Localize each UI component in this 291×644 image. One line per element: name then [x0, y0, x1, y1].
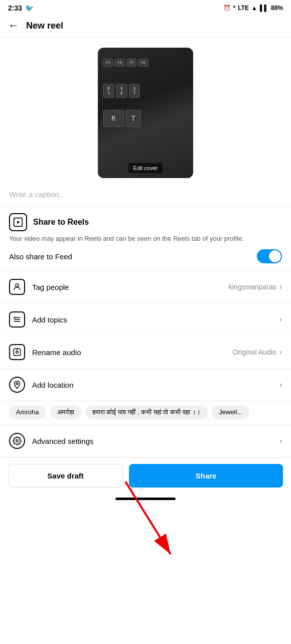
- add-topics-chevron: ›: [279, 315, 282, 324]
- save-draft-button[interactable]: Save draft: [8, 464, 123, 488]
- video-thumbnail[interactable]: F3 F4 F5 F6 #3 $4 %5 R T Edit cover: [98, 48, 193, 178]
- rename-audio-icon: [9, 344, 25, 360]
- add-location-label: Add location: [32, 381, 279, 389]
- key: F4: [114, 59, 124, 67]
- share-to-reels-title: Share to Reels: [33, 218, 89, 227]
- svg-point-2: [16, 284, 19, 287]
- signal-icon: ▌▌: [260, 5, 268, 12]
- rename-audio-value: Original Audio: [233, 348, 276, 356]
- chip-amroha[interactable]: Amroha: [9, 405, 46, 419]
- chip-jewell[interactable]: Jewell...: [212, 405, 249, 419]
- add-location-row[interactable]: Add location ›: [0, 369, 291, 401]
- home-indicator: [0, 494, 291, 503]
- key: #3: [103, 84, 114, 98]
- lte-icon: LTE: [238, 5, 249, 12]
- key: F5: [126, 59, 136, 67]
- alarm-icon: ⏰: [223, 5, 231, 12]
- advanced-settings-icon: [9, 433, 25, 449]
- add-topics-label: Add topics: [32, 315, 279, 324]
- add-topics-icon: #: [9, 311, 25, 328]
- key: %5: [129, 84, 140, 98]
- add-location-icon: [9, 377, 25, 393]
- tag-people-icon: [9, 279, 25, 295]
- chip-quote[interactable]: हमारा कोई पता नहीं , कभी यहां तो कभी वहा…: [85, 405, 208, 419]
- page-title: New reel: [26, 21, 63, 31]
- also-share-row: Also share to Feed: [9, 249, 282, 263]
- rename-audio-chevron: ›: [279, 348, 282, 357]
- also-share-toggle[interactable]: [257, 249, 282, 263]
- bottom-bar: Save draft Share: [0, 457, 291, 494]
- chip-amroha-hindi[interactable]: अमरोहा: [50, 405, 81, 419]
- toggle-knob: [269, 250, 281, 262]
- key: F3: [103, 59, 113, 67]
- key-r: R: [103, 110, 124, 127]
- header: ← New reel: [0, 14, 291, 38]
- share-button[interactable]: Share: [129, 464, 283, 488]
- rename-audio-label: Rename audio: [32, 348, 233, 357]
- twitter-icon: 🐦: [25, 4, 34, 12]
- video-thumbnail-container: F3 F4 F5 F6 #3 $4 %5 R T Edit cover: [0, 38, 291, 183]
- svg-point-10: [16, 383, 18, 385]
- key: $4: [116, 84, 127, 98]
- location-chips: Amroha अमरोहा हमारा कोई पता नहीं , कभी य…: [0, 401, 291, 425]
- tag-people-label: Tag people: [32, 283, 229, 291]
- advanced-settings-chevron: ›: [279, 436, 282, 445]
- reels-icon: [9, 213, 27, 231]
- status-bar: 2:33 🐦 ⏰ * LTE ▲ ▌▌ 88%: [0, 0, 291, 14]
- caption-input[interactable]: Write a caption...: [0, 183, 291, 206]
- wifi-icon: ▲: [251, 5, 257, 12]
- time: 2:33: [8, 4, 22, 12]
- key-t: T: [125, 110, 140, 127]
- bluetooth-icon: *: [233, 5, 236, 12]
- home-bar: [115, 498, 176, 500]
- share-to-reels-desc: Your video may appear in Reels and can b…: [9, 234, 282, 243]
- tag-people-row[interactable]: Tag people kingsmanparas ›: [0, 271, 291, 303]
- share-to-reels-section: Share to Reels Your video may appear in …: [0, 206, 291, 271]
- keyboard-image: F3 F4 F5 F6 #3 $4 %5 R T: [98, 48, 193, 178]
- advanced-settings-row[interactable]: Advanced settings ›: [0, 425, 291, 457]
- rename-audio-row[interactable]: Rename audio Original Audio ›: [0, 336, 291, 369]
- status-icons: ⏰ * LTE ▲ ▌▌ 88%: [223, 5, 283, 12]
- caption-placeholder: Write a caption...: [9, 190, 65, 199]
- advanced-settings-label: Advanced settings: [32, 437, 279, 445]
- also-share-label: Also share to Feed: [9, 252, 72, 261]
- battery: 88%: [271, 5, 283, 12]
- back-button[interactable]: ←: [8, 19, 19, 32]
- tag-people-value: kingsmanparas: [229, 283, 276, 291]
- svg-point-11: [16, 440, 19, 442]
- add-topics-row[interactable]: # Add topics ›: [0, 303, 291, 336]
- key: F6: [138, 59, 148, 67]
- tag-people-chevron: ›: [279, 282, 282, 291]
- edit-cover-button[interactable]: Edit cover: [128, 163, 163, 173]
- add-location-chevron: ›: [279, 380, 282, 389]
- svg-marker-1: [17, 221, 20, 224]
- svg-point-8: [16, 351, 19, 354]
